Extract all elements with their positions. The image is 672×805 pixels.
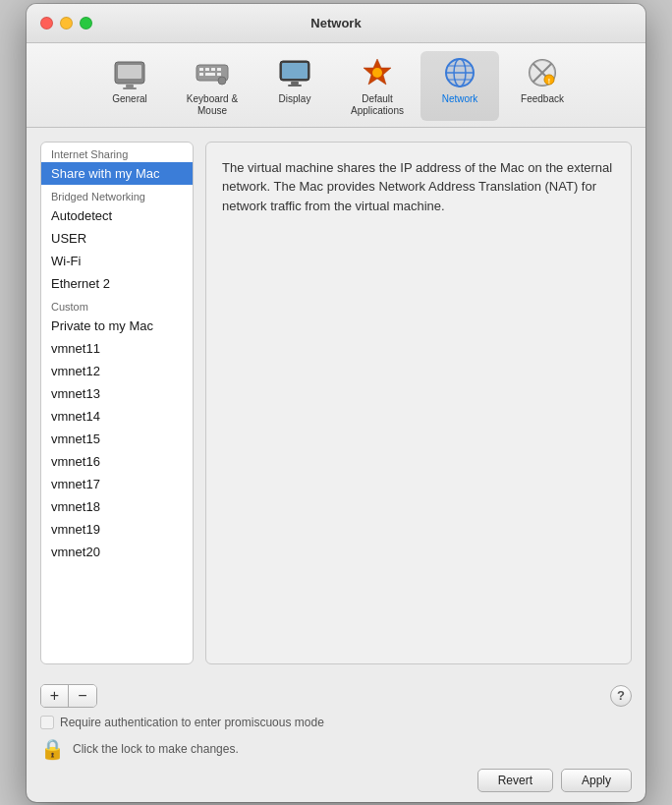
svg-point-12 <box>218 77 226 85</box>
lock-icon[interactable]: 🔒 <box>40 737 65 761</box>
toolbar-label-default-apps: Default Applications <box>344 93 411 117</box>
titlebar: Network <box>27 4 645 43</box>
apply-button[interactable]: Apply <box>561 769 632 792</box>
svg-rect-5 <box>199 68 203 71</box>
toolbar: General Keyboard & Mouse <box>27 43 645 128</box>
lock-row: 🔒 Click the lock to make changes. <box>40 737 632 761</box>
svg-rect-6 <box>205 68 209 71</box>
lock-text: Click the lock to make changes. <box>73 742 239 756</box>
sidebar: Internet Sharing Share with my Mac Bridg… <box>40 142 194 664</box>
toolbar-item-general[interactable]: General <box>90 51 169 121</box>
svg-rect-14 <box>282 63 308 79</box>
bottom-bar: + − ? Require authentication to enter pr… <box>27 678 645 802</box>
sidebar-item-vmnet11[interactable]: vmnet11 <box>41 337 193 360</box>
default-apps-icon <box>360 55 395 90</box>
traffic-lights <box>40 17 92 29</box>
network-icon <box>442 55 477 90</box>
sidebar-item-wifi[interactable]: Wi-Fi <box>41 250 193 272</box>
window: Network General <box>27 4 645 802</box>
add-remove-group: + − <box>40 684 97 708</box>
svg-rect-3 <box>123 87 137 89</box>
svg-rect-8 <box>217 68 221 71</box>
action-buttons: Revert Apply <box>40 769 632 792</box>
toolbar-item-feedback[interactable]: ! Feedback <box>503 51 582 121</box>
promiscuous-mode-row: Require authentication to enter promiscu… <box>40 716 632 729</box>
toolbar-item-default-apps[interactable]: Default Applications <box>338 51 417 121</box>
display-icon <box>277 55 312 90</box>
sidebar-item-ethernet2[interactable]: Ethernet 2 <box>41 272 193 295</box>
sidebar-item-vmnet15[interactable]: vmnet15 <box>41 428 193 450</box>
promiscuous-mode-label: Require authentication to enter promiscu… <box>60 716 324 729</box>
svg-rect-7 <box>211 68 215 71</box>
svg-rect-15 <box>291 82 299 85</box>
add-button[interactable]: + <box>41 685 69 707</box>
maximize-button[interactable] <box>80 17 92 29</box>
promiscuous-mode-checkbox[interactable] <box>40 716 54 729</box>
revert-button[interactable]: Revert <box>477 769 553 792</box>
general-icon <box>112 55 147 90</box>
svg-rect-16 <box>288 85 302 86</box>
main-description: The virtual machine shares the IP addres… <box>222 158 615 216</box>
keyboard-icon <box>195 55 230 90</box>
svg-text:!: ! <box>548 78 550 85</box>
toolbar-item-network[interactable]: Network <box>420 51 499 121</box>
main-panel: The virtual machine shares the IP addres… <box>205 142 632 664</box>
feedback-icon: ! <box>525 55 560 90</box>
svg-rect-11 <box>217 73 221 76</box>
sidebar-item-private-to-mac[interactable]: Private to my Mac <box>41 315 193 337</box>
toolbar-item-display[interactable]: Display <box>255 51 334 121</box>
section-header-internet-sharing: Internet Sharing <box>41 143 193 162</box>
sidebar-item-vmnet18[interactable]: vmnet18 <box>41 495 193 518</box>
content-area: Internet Sharing Share with my Mac Bridg… <box>27 128 645 678</box>
svg-rect-9 <box>199 73 203 76</box>
svg-point-18 <box>372 68 382 78</box>
section-header-custom: Custom <box>41 295 193 315</box>
sidebar-item-user[interactable]: USER <box>41 227 193 250</box>
toolbar-label-general: General <box>112 93 147 105</box>
toolbar-label-keyboard: Keyboard & Mouse <box>179 93 246 117</box>
sidebar-item-vmnet16[interactable]: vmnet16 <box>41 450 193 473</box>
add-remove-bar: + − ? <box>40 684 632 708</box>
window-title: Network <box>310 16 361 30</box>
section-header-bridged-networking: Bridged Networking <box>41 185 193 204</box>
svg-rect-10 <box>205 73 215 76</box>
sidebar-item-vmnet19[interactable]: vmnet19 <box>41 518 193 541</box>
sidebar-item-vmnet13[interactable]: vmnet13 <box>41 382 193 405</box>
toolbar-item-keyboard[interactable]: Keyboard & Mouse <box>173 51 252 121</box>
svg-rect-2 <box>126 85 134 87</box>
toolbar-label-display: Display <box>279 93 311 105</box>
sidebar-item-vmnet20[interactable]: vmnet20 <box>41 541 193 563</box>
sidebar-item-autodetect[interactable]: Autodetect <box>41 204 193 227</box>
sidebar-item-vmnet17[interactable]: vmnet17 <box>41 473 193 495</box>
minimize-button[interactable] <box>60 17 73 29</box>
sidebar-item-share-with-mac[interactable]: Share with my Mac <box>41 162 193 185</box>
remove-button[interactable]: − <box>69 685 96 707</box>
sidebar-item-vmnet14[interactable]: vmnet14 <box>41 405 193 428</box>
help-button[interactable]: ? <box>610 685 632 707</box>
toolbar-label-network: Network <box>442 93 478 105</box>
close-button[interactable] <box>40 17 53 29</box>
svg-rect-1 <box>118 65 141 79</box>
toolbar-label-feedback: Feedback <box>521 93 564 105</box>
sidebar-item-vmnet12[interactable]: vmnet12 <box>41 360 193 382</box>
